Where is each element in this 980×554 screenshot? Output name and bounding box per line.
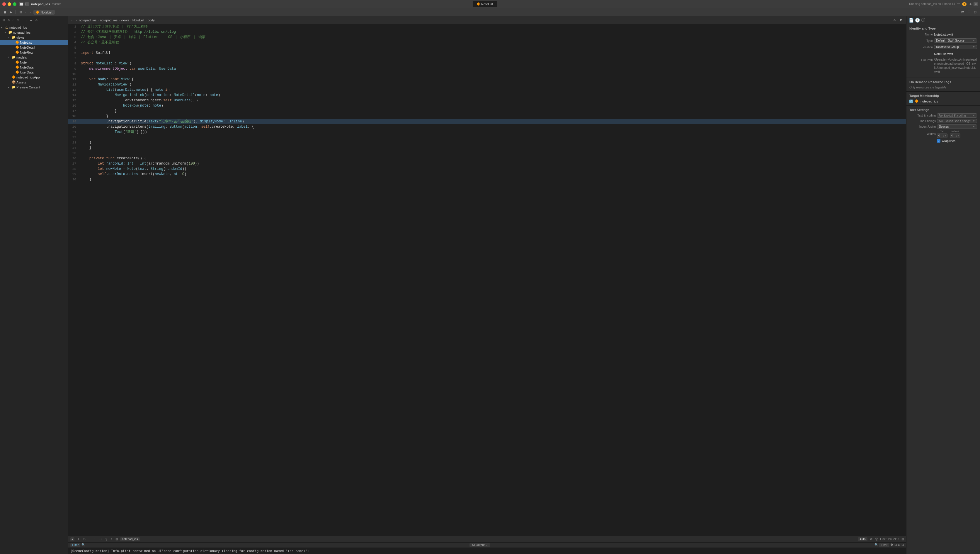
- line-endings-dropdown[interactable]: No Explicit Line Endings ▼: [937, 119, 977, 123]
- all-output-label[interactable]: All Output ⌄: [469, 543, 490, 547]
- window-controls: ⬜ ⛶: [19, 2, 29, 6]
- sidebar-item-userdata[interactable]: 🔶 UserData: [0, 70, 68, 75]
- breadcrumb-action-1[interactable]: ⚠: [892, 18, 897, 22]
- type-dropdown[interactable]: Default - Swift Source ▼: [934, 38, 977, 43]
- sidebar-item-models[interactable]: ▾ 📁 models: [0, 55, 68, 60]
- sidebar-icon-8[interactable]: ⚠: [34, 18, 38, 22]
- add-tab-button[interactable]: +: [969, 2, 972, 6]
- sidebar-item-notepad-ios-root[interactable]: ▾ 🗂 notepad_ios: [0, 25, 68, 30]
- run-button[interactable]: ▶: [8, 10, 13, 14]
- layout-toggle-2[interactable]: ☰: [966, 10, 972, 14]
- close-button[interactable]: [2, 2, 6, 6]
- fullscreen-button[interactable]: [13, 2, 16, 6]
- sidebar-icon-6[interactable]: ↓: [25, 18, 27, 22]
- info-icon[interactable]: ⓘ: [875, 537, 878, 541]
- sidebar-item-note[interactable]: 🔶 Note: [0, 60, 68, 65]
- eye-icon[interactable]: 👁: [870, 538, 873, 541]
- sidebar-item-views[interactable]: ▾ 📁 views: [0, 35, 68, 40]
- breadcrumb-body[interactable]: body: [148, 18, 155, 22]
- sidebar-item-noterow[interactable]: 🔶 NoteRow: [0, 50, 68, 55]
- sidebar-item-notelist[interactable]: 🔶 NoteList: [0, 40, 68, 45]
- sidebar-item-notepadiosapp[interactable]: 🔶 notepad_iosApp: [0, 75, 68, 80]
- thread-label[interactable]: notepad_ios: [120, 537, 140, 541]
- warning-badge[interactable]: 1: [962, 2, 967, 6]
- code-line-7: 7: [68, 56, 906, 61]
- minimize-button[interactable]: [8, 2, 11, 6]
- split-view-1[interactable]: ⊟: [894, 543, 897, 547]
- sidebar-item-notedetail[interactable]: 🔶 NoteDetail: [0, 45, 68, 50]
- auto-label[interactable]: Auto: [858, 537, 867, 541]
- encoding-dropdown[interactable]: No Explicit Encoding ▼: [937, 113, 977, 118]
- code-editor[interactable]: 1 // 厦门大学计算机专业 ｜ 前华为工程师 2 // 专注《零基础学编程系列…: [68, 24, 906, 536]
- sidebar-icon-1[interactable]: ⊞: [2, 18, 6, 22]
- breadcrumb-forward[interactable]: ›: [75, 18, 78, 22]
- clear-btn[interactable]: 🗑: [890, 543, 893, 547]
- sidebar-item-label: models: [16, 56, 27, 59]
- tab-label: Tab: [940, 130, 945, 133]
- widths-label: Widths: [909, 132, 936, 135]
- sidebar-item-preview-content[interactable]: ▸ 📁 Preview Content: [0, 84, 68, 89]
- back-button[interactable]: ‹: [24, 10, 28, 14]
- filter-right[interactable]: 🔍: [875, 543, 878, 547]
- code-line-28: 28 let newNote = Note(text: String(rando…: [68, 166, 906, 172]
- debug-btn-2[interactable]: ⏸: [76, 537, 81, 541]
- filter-right-label[interactable]: Filter: [879, 543, 889, 547]
- active-tab[interactable]: 🔶 NoteList: [473, 1, 497, 7]
- debug-btn-3[interactable]: ↻: [82, 537, 87, 541]
- breadcrumb-back[interactable]: ‹: [70, 18, 74, 22]
- breadcrumb-views[interactable]: views: [121, 18, 129, 22]
- code-line-5: 5: [68, 45, 906, 50]
- tab-width-input[interactable]: 4 ▲▼: [937, 134, 948, 138]
- file-icon[interactable]: 📄: [909, 18, 914, 22]
- history-icon[interactable]: 🕐: [915, 18, 920, 22]
- console-left-btns: Filter 🔍: [70, 543, 85, 547]
- filter-left[interactable]: Filter: [70, 543, 80, 547]
- indent-using-dropdown[interactable]: Spaces ▼: [937, 124, 977, 129]
- widths-row: Widths Tab 4 ▲▼ Indent 4 ▲▼: [909, 130, 977, 138]
- sidebar-toggle[interactable]: ⬜: [19, 2, 24, 6]
- indent-width-input[interactable]: 4 ▲▼: [950, 134, 960, 138]
- editor-tab[interactable]: 🔶 NoteList: [34, 10, 54, 14]
- breadcrumb-notelist[interactable]: NoteList: [132, 18, 144, 22]
- inspector-toggle[interactable]: ⊟: [973, 10, 978, 14]
- widths-inputs: Tab 4 ▲▼ Indent 4 ▲▼: [937, 130, 977, 138]
- debug-btn-7[interactable]: ⤵: [104, 537, 108, 541]
- scheme-button[interactable]: ◼: [2, 10, 7, 14]
- debug-btn-4[interactable]: ↓: [88, 537, 92, 541]
- close-console[interactable]: ⊟: [902, 543, 904, 547]
- layout-toggle-1[interactable]: ⇄: [960, 10, 965, 14]
- fullscreen-toggle[interactable]: ⛶: [25, 2, 29, 6]
- sidebar-icon-4[interactable]: ◇: [16, 18, 20, 22]
- debug-btn-5[interactable]: ↑: [93, 537, 97, 541]
- forward-button[interactable]: ›: [29, 10, 32, 14]
- grid-button[interactable]: ⊞: [18, 10, 23, 14]
- screen-icon[interactable]: ⊟: [902, 538, 904, 541]
- info-circle-icon[interactable]: ⓘ: [921, 18, 925, 23]
- file-tree: ▾ 🗂 notepad_ios ▾ 📁 notepad_ios ▾ 📁 view…: [0, 24, 68, 554]
- sidebar-item-notedata[interactable]: 🔶 NoteData: [0, 65, 68, 70]
- sidebar-item-assets[interactable]: 📦 Assets: [0, 80, 68, 84]
- location-dropdown[interactable]: Relative to Group ▼: [934, 45, 977, 49]
- code-line-19: 19 .navigationBarTitle(Text("记事本-蓝不蓝编程")…: [68, 119, 906, 124]
- project-branch: master: [52, 2, 61, 6]
- breadcrumb-actions: ⚠ ☛: [892, 18, 904, 22]
- sidebar-icon-7[interactable]: ☁: [29, 18, 33, 22]
- split-view-2[interactable]: ⊞: [898, 543, 900, 547]
- breadcrumb-group[interactable]: notepad_ios: [100, 18, 118, 22]
- breadcrumb-project[interactable]: notepad_ios: [79, 18, 96, 22]
- sidebar-item-notepad-ios-group[interactable]: ▾ 📁 notepad_ios: [0, 30, 68, 35]
- sidebar-icon-3[interactable]: ○: [12, 18, 15, 22]
- sidebar-item-label: NoteRow: [20, 51, 33, 54]
- full-path-value: /Users/jerry/projects/mine/gitee/demos/n…: [934, 58, 977, 74]
- sidebar-icon-5[interactable]: ↑: [21, 18, 24, 22]
- split-button[interactable]: ⧉: [974, 2, 978, 6]
- membership-checkbox[interactable]: ✓: [909, 100, 913, 103]
- debug-btn-1[interactable]: ■: [70, 537, 75, 541]
- debug-btn-9[interactable]: ⊟: [114, 537, 119, 541]
- debug-btn-6[interactable]: ↓↓: [98, 537, 103, 541]
- breadcrumb-action-2[interactable]: ☛: [899, 18, 904, 22]
- console-search[interactable]: 🔍: [81, 543, 85, 547]
- debug-btn-8[interactable]: ⤴: [109, 537, 113, 541]
- wrap-lines-checkbox[interactable]: ✓: [937, 139, 940, 143]
- sidebar-icon-2[interactable]: ✕: [7, 18, 11, 22]
